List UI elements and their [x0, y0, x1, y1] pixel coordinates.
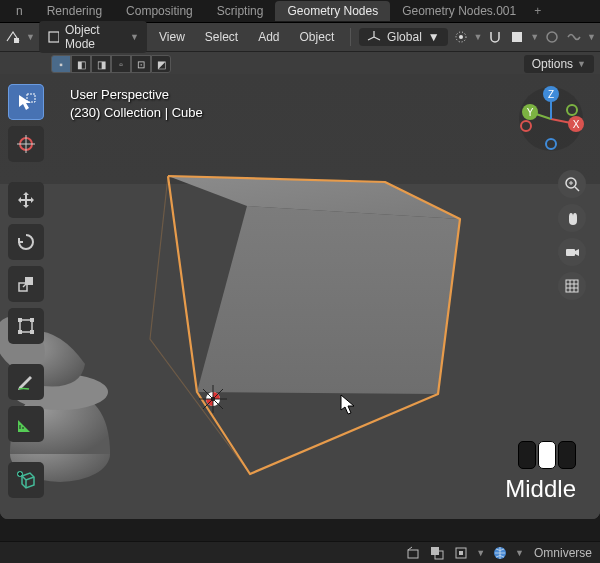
overlay-wave-icon[interactable] — [565, 27, 583, 47]
tab-scripting[interactable]: Scripting — [205, 1, 276, 21]
editor-type-icon[interactable] — [4, 27, 22, 47]
orientation-selector[interactable]: Global ▼ — [359, 28, 448, 46]
menu-object[interactable]: Object — [292, 30, 343, 44]
svg-rect-1 — [49, 32, 59, 42]
tab-rendering[interactable]: Rendering — [35, 1, 114, 21]
chevron-down-icon: ▼ — [577, 59, 586, 69]
svg-text:Z: Z — [548, 89, 554, 100]
svg-rect-50 — [566, 249, 575, 256]
svg-rect-30 — [18, 330, 22, 334]
svg-rect-20 — [27, 94, 35, 102]
mode-label: Object Mode — [65, 23, 124, 51]
tool-annotate[interactable] — [8, 364, 44, 400]
viewport-header: ▼ Object Mode ▼ View Select Add Object G… — [0, 23, 600, 52]
perspective-line2: (230) Collection | Cube — [70, 104, 203, 122]
tab-geometry-nodes[interactable]: Geometry Nodes — [275, 1, 390, 21]
tab-add[interactable]: + — [528, 1, 547, 21]
svg-rect-4 — [512, 32, 522, 42]
nav-pan-button[interactable] — [558, 204, 586, 232]
mouse-button-diagram — [518, 441, 576, 469]
svg-text:X: X — [573, 119, 580, 130]
svg-rect-28 — [18, 318, 22, 322]
chevron-down-icon: ▼ — [130, 32, 139, 42]
svg-point-2 — [459, 35, 463, 39]
tool-select-box[interactable] — [8, 84, 44, 120]
footer-scene-icon[interactable] — [404, 544, 422, 562]
svg-rect-0 — [14, 38, 19, 43]
mouse-hint-label: Middle — [505, 475, 576, 503]
axis-gizmo[interactable]: X Y Z — [516, 84, 586, 154]
tool-scale[interactable] — [8, 266, 44, 302]
chevron-down-icon[interactable]: ▼ — [587, 32, 596, 42]
nav-zoom-button[interactable] — [558, 170, 586, 198]
tool-spacer — [8, 448, 44, 456]
viewport-subheader: ▪ ◧ ◨ ▫ ⊡ ◩ Options ▼ — [0, 52, 600, 76]
object-mode-icon — [47, 30, 59, 44]
menu-select[interactable]: Select — [197, 30, 246, 44]
tab-geometry-nodes-001[interactable]: Geometry Nodes.001 — [390, 1, 528, 21]
select-mode-3-icon[interactable]: ◨ — [91, 55, 111, 73]
options-label: Options — [532, 57, 573, 71]
menu-view[interactable]: View — [151, 30, 193, 44]
workspace-tabs: n Rendering Compositing Scripting Geomet… — [0, 0, 600, 23]
svg-line-47 — [575, 187, 579, 191]
tool-spacer — [8, 350, 44, 358]
viewport-nav-buttons — [558, 170, 586, 300]
svg-rect-51 — [566, 280, 578, 292]
chevron-down-icon: ▼ — [428, 30, 440, 44]
axes-icon — [367, 30, 381, 44]
svg-rect-29 — [30, 318, 34, 322]
viewport-3d[interactable]: User Perspective (230) Collection | Cube — [0, 74, 600, 519]
perspective-label: User Perspective (230) Collection | Cube — [70, 86, 203, 122]
overlay-circle-icon[interactable] — [543, 27, 561, 47]
snap-icon[interactable] — [487, 27, 505, 47]
pivot-icon[interactable] — [452, 27, 470, 47]
chevron-down-icon[interactable]: ▼ — [476, 548, 485, 558]
mouse-left-icon — [518, 441, 536, 469]
tool-add-primitive[interactable] — [8, 462, 44, 498]
footer-pin-icon[interactable] — [452, 544, 470, 562]
tool-move[interactable] — [8, 182, 44, 218]
engine-label: Omniverse — [534, 546, 592, 560]
tool-transform[interactable] — [8, 308, 44, 344]
tool-toolbar — [8, 84, 44, 498]
chevron-down-icon[interactable]: ▼ — [474, 32, 483, 42]
status-bar: ▼ ▼ Omniverse — [0, 541, 600, 563]
chevron-down-icon[interactable]: ▼ — [530, 32, 539, 42]
svg-point-5 — [547, 32, 557, 42]
tool-cursor[interactable] — [8, 126, 44, 162]
cursor-3d-icon — [199, 385, 227, 413]
orientation-label: Global — [387, 30, 422, 44]
footer-layer-icon[interactable] — [428, 544, 446, 562]
select-mode-buttons[interactable]: ▪ ◧ ◨ ▫ ⊡ ◩ — [51, 55, 171, 73]
menu-add[interactable]: Add — [250, 30, 287, 44]
nav-camera-button[interactable] — [558, 238, 586, 266]
tab-partial[interactable]: n — [4, 1, 35, 21]
select-mode-1-icon[interactable]: ▪ — [51, 55, 71, 73]
nav-perspective-button[interactable] — [558, 272, 586, 300]
options-button[interactable]: Options ▼ — [524, 55, 594, 73]
viewport-scene — [0, 74, 600, 519]
select-mode-2-icon[interactable]: ◧ — [71, 55, 91, 73]
proportional-edit-icon[interactable] — [508, 27, 526, 47]
tab-compositing[interactable]: Compositing — [114, 1, 205, 21]
footer-world-icon[interactable] — [491, 544, 509, 562]
select-mode-5-icon[interactable]: ⊡ — [131, 55, 151, 73]
svg-rect-31 — [30, 330, 34, 334]
select-mode-4-icon[interactable]: ▫ — [111, 55, 131, 73]
svg-rect-56 — [408, 550, 418, 558]
svg-text:Y: Y — [527, 107, 534, 118]
separator — [350, 28, 351, 46]
perspective-line1: User Perspective — [70, 86, 203, 104]
tool-measure[interactable] — [8, 406, 44, 442]
tool-rotate[interactable] — [8, 224, 44, 260]
mode-selector[interactable]: Object Mode ▼ — [39, 21, 147, 53]
tool-spacer — [8, 168, 44, 176]
mouse-middle-icon — [538, 441, 556, 469]
mouse-right-icon — [558, 441, 576, 469]
chevron-down-icon[interactable]: ▼ — [515, 548, 524, 558]
chevron-down-icon[interactable]: ▼ — [26, 32, 35, 42]
select-mode-6-icon[interactable]: ◩ — [151, 55, 171, 73]
